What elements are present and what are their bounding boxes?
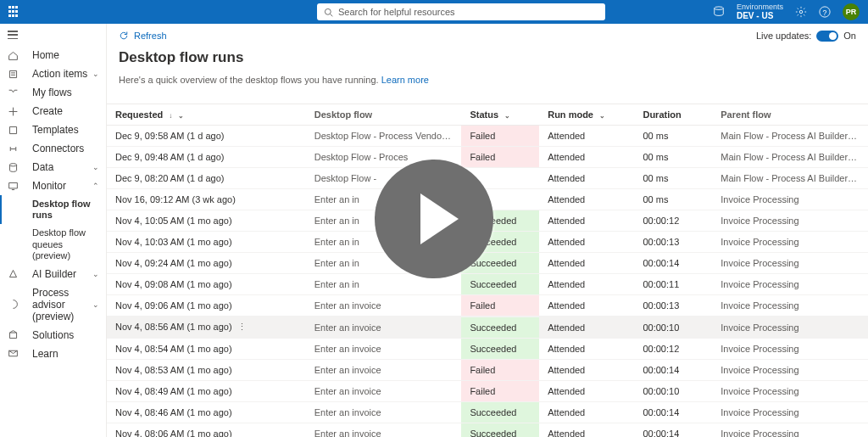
learn-more-link[interactable]: Learn more bbox=[381, 75, 429, 85]
table-row[interactable]: Nov 4, 08:46 AM (1 mo ago) Enter an invo… bbox=[107, 402, 868, 423]
table-row[interactable]: Dec 9, 09:48 AM (1 d ago) Desktop Flow -… bbox=[107, 147, 868, 168]
nav-item[interactable]: Home bbox=[25, 46, 106, 64]
search-icon bbox=[324, 8, 333, 17]
settings-icon[interactable] bbox=[795, 6, 807, 18]
refresh-button[interactable]: Refresh bbox=[134, 31, 167, 41]
col-desktop-flow[interactable]: Desktop flow bbox=[306, 104, 462, 126]
environment-icon[interactable] bbox=[713, 6, 725, 18]
nav-collapse-button[interactable] bbox=[8, 31, 18, 39]
app-topbar: Search for helpful resources Environment… bbox=[0, 0, 868, 24]
app-launcher-icon[interactable] bbox=[8, 6, 20, 18]
col-duration[interactable]: Duration bbox=[634, 104, 712, 126]
user-avatar[interactable]: PR bbox=[843, 3, 860, 20]
runs-table: Requested ↓ ⌄ Desktop flow Status ⌄ Run … bbox=[107, 104, 868, 437]
nav-icon bbox=[0, 87, 25, 98]
nav-icon bbox=[0, 329, 25, 341]
nav-icon bbox=[0, 180, 25, 192]
col-requested[interactable]: Requested ↓ ⌄ bbox=[107, 104, 306, 126]
chevron-icon: ⌄ bbox=[92, 270, 99, 278]
nav-icon bbox=[0, 161, 25, 173]
table-row[interactable]: Nov 4, 08:54 AM (1 mo ago) Enter an invo… bbox=[107, 339, 868, 360]
nav-icon bbox=[0, 105, 25, 117]
col-parent-flow[interactable]: Parent flow bbox=[712, 104, 868, 126]
nav-icon bbox=[0, 348, 25, 360]
live-updates-label: Live updates: bbox=[756, 31, 811, 41]
row-more-icon[interactable]: ⋮ bbox=[232, 322, 252, 332]
table-row[interactable]: Nov 4, 08:53 AM (1 mo ago) Enter an invo… bbox=[107, 360, 868, 381]
svg-point-3 bbox=[799, 10, 803, 14]
nav-item[interactable]: Data⌄ bbox=[25, 158, 106, 176]
search-placeholder: Search for helpful resources bbox=[338, 7, 455, 17]
nav-item[interactable]: AI Builder⌄ bbox=[25, 265, 106, 283]
chevron-icon: ⌃ bbox=[92, 182, 99, 190]
nav-item[interactable]: Action items⌄ bbox=[25, 64, 106, 83]
nav-item[interactable]: Process advisor (preview)⌄ bbox=[25, 283, 106, 326]
table-row[interactable]: Nov 4, 08:49 AM (1 mo ago) Enter an invo… bbox=[107, 381, 868, 402]
nav-item[interactable]: Learn bbox=[25, 345, 106, 363]
nav-subitem[interactable]: Desktop flow runs bbox=[25, 195, 106, 224]
table-row[interactable]: Nov 4, 09:06 AM (1 mo ago) Enter an invo… bbox=[107, 295, 868, 317]
table-row[interactable]: Nov 4, 08:56 AM (1 mo ago)⋮ Enter an inv… bbox=[107, 317, 868, 339]
nav-icon bbox=[0, 68, 25, 80]
nav-item[interactable]: Monitor⌃ bbox=[25, 176, 106, 195]
table-row[interactable]: Dec 9, 08:20 AM (1 d ago) Desktop Flow -… bbox=[107, 168, 868, 189]
nav-icon bbox=[0, 268, 25, 280]
nav-icon bbox=[0, 124, 25, 136]
nav-icon bbox=[0, 143, 25, 154]
nav-subitem[interactable]: Desktop flow queues (preview) bbox=[25, 224, 106, 265]
nav-item[interactable]: Solutions bbox=[25, 326, 106, 345]
table-row[interactable]: Nov 4, 08:06 AM (1 mo ago) Enter an invo… bbox=[107, 423, 868, 438]
col-run-mode[interactable]: Run mode ⌄ bbox=[539, 104, 634, 126]
col-status[interactable]: Status ⌄ bbox=[461, 104, 539, 126]
svg-point-0 bbox=[325, 8, 331, 14]
table-row[interactable]: Dec 9, 09:58 AM (1 d ago) Desktop Flow -… bbox=[107, 126, 868, 147]
svg-text:?: ? bbox=[823, 8, 827, 16]
page-subtitle: Here's a quick overview of the desktop f… bbox=[119, 75, 856, 85]
svg-line-1 bbox=[331, 14, 333, 16]
refresh-icon bbox=[119, 31, 129, 41]
page-title: Desktop flow runs bbox=[119, 49, 856, 66]
help-icon[interactable]: ? bbox=[819, 6, 831, 18]
chevron-icon: ⌄ bbox=[92, 300, 99, 309]
chevron-icon: ⌄ bbox=[92, 70, 99, 78]
nav-icon bbox=[0, 49, 25, 61]
live-updates-toggle[interactable] bbox=[816, 31, 838, 42]
live-updates-state: On bbox=[843, 31, 856, 41]
nav-item[interactable]: Create bbox=[25, 102, 106, 120]
environment-picker[interactable]: Environments DEV - US bbox=[737, 3, 783, 21]
global-search[interactable]: Search for helpful resources bbox=[317, 3, 605, 20]
chevron-icon: ⌄ bbox=[92, 163, 99, 171]
nav-item[interactable]: Templates bbox=[25, 120, 106, 139]
nav-item[interactable]: My flows bbox=[25, 83, 106, 102]
nav-icon bbox=[0, 299, 25, 311]
table-row[interactable]: Nov 4, 09:24 AM (1 mo ago) Enter an in S… bbox=[107, 253, 868, 274]
video-play-button[interactable] bbox=[375, 160, 493, 278]
topbar-right: Environments DEV - US ? PR bbox=[713, 3, 860, 21]
table-row[interactable]: Nov 4, 09:08 AM (1 mo ago) Enter an in S… bbox=[107, 274, 868, 295]
svg-point-2 bbox=[715, 7, 724, 10]
command-bar: Refresh Live updates: On bbox=[107, 24, 868, 48]
nav-item[interactable]: Connectors bbox=[25, 139, 106, 158]
